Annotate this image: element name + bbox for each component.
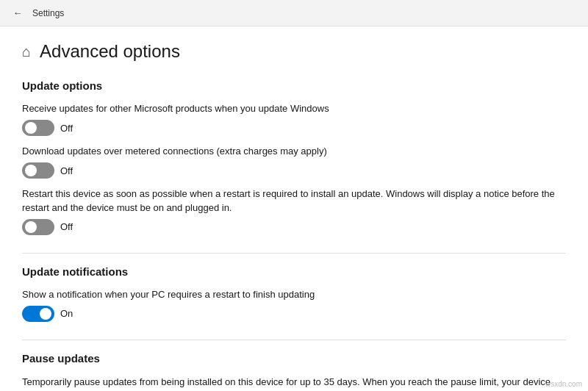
- notification-option-1: Show a notification when your PC require…: [22, 288, 566, 322]
- toggle-4[interactable]: [22, 306, 54, 322]
- toggle-2[interactable]: [22, 162, 54, 179]
- update-option-1: Receive updates for other Microsoft prod…: [22, 102, 566, 136]
- toggle-2-label: Off: [60, 165, 73, 176]
- update-option-1-label: Receive updates for other Microsoft prod…: [22, 102, 566, 115]
- watermark: wsxdn.com: [545, 380, 582, 388]
- titlebar-title: Settings: [32, 8, 64, 18]
- update-option-2-label: Download updates over metered connection…: [22, 145, 566, 158]
- page-header: ⌂ Advanced options: [22, 41, 566, 62]
- toggle-1-label: Off: [60, 123, 73, 134]
- toggle-row-4: On: [22, 306, 566, 322]
- update-notifications-section: Update notifications Show a notification…: [22, 265, 566, 322]
- pause-updates-desc: Temporarily pause updates from being ins…: [22, 375, 566, 391]
- update-option-3-label: Restart this device as soon as possible …: [22, 187, 566, 214]
- back-arrow-icon: ←: [13, 7, 23, 18]
- toggle-1[interactable]: [22, 120, 54, 136]
- update-options-title: Update options: [22, 79, 566, 92]
- notification-option-1-label: Show a notification when your PC require…: [22, 288, 566, 301]
- update-option-2: Download updates over metered connection…: [22, 145, 566, 179]
- titlebar: ← Settings: [0, 0, 588, 26]
- update-options-section: Update options Receive updates for other…: [22, 79, 566, 235]
- toggle-4-knob: [40, 308, 51, 320]
- toggle-2-knob: [25, 165, 37, 176]
- divider-2: [22, 340, 566, 340]
- toggle-1-knob: [25, 122, 37, 134]
- toggle-3[interactable]: [22, 219, 54, 235]
- toggle-row-1: Off: [22, 120, 566, 136]
- toggle-row-2: Off: [22, 162, 566, 179]
- content-area: ⌂ Advanced options Update options Receiv…: [0, 26, 588, 391]
- update-notifications-title: Update notifications: [22, 265, 566, 278]
- page-title: Advanced options: [40, 41, 180, 62]
- toggle-3-label: Off: [60, 221, 73, 232]
- toggle-row-3: Off: [22, 219, 566, 235]
- update-option-3: Restart this device as soon as possible …: [22, 187, 566, 234]
- settings-window: ← Settings ⌂ Advanced options Update opt…: [0, 0, 588, 391]
- home-icon[interactable]: ⌂: [22, 43, 31, 60]
- divider-1: [22, 253, 566, 254]
- back-button[interactable]: ←: [9, 4, 26, 22]
- toggle-3-knob: [25, 221, 37, 233]
- toggle-4-label: On: [60, 308, 73, 319]
- pause-updates-title: Pause updates: [22, 352, 566, 365]
- pause-updates-section: Pause updates Temporarily pause updates …: [22, 352, 566, 391]
